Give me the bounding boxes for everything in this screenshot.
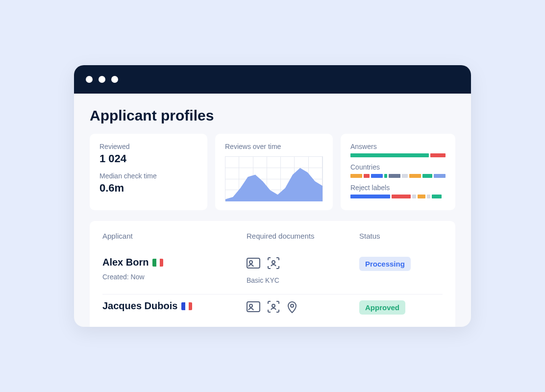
svg-point-6 bbox=[291, 304, 294, 307]
window-control-minimize[interactable] bbox=[99, 76, 105, 83]
table-row[interactable]: Jacques DuboisApproved bbox=[102, 294, 443, 327]
doc-icons bbox=[247, 257, 359, 271]
reject-label: Reject labels bbox=[350, 184, 446, 192]
bar-segment bbox=[422, 174, 432, 178]
window-control-maximize[interactable] bbox=[111, 76, 118, 83]
applicants-table: Applicant Required documents Status Alex… bbox=[90, 221, 455, 327]
bar-segment bbox=[430, 153, 446, 157]
id-card-icon bbox=[247, 258, 260, 270]
doc-icons bbox=[247, 300, 359, 315]
doc-label: Basic KYC bbox=[247, 276, 359, 284]
table-header: Applicant Required documents Status bbox=[102, 232, 443, 240]
applicant-created: Created: Now bbox=[102, 273, 247, 281]
france-flag bbox=[181, 302, 192, 310]
median-label: Median check time bbox=[99, 172, 198, 180]
chart-area bbox=[225, 157, 322, 201]
countries-bar bbox=[350, 174, 446, 178]
reviews-chart bbox=[225, 156, 323, 201]
col-status: Status bbox=[359, 232, 443, 240]
bar-segment bbox=[350, 153, 429, 157]
bar-segment bbox=[350, 174, 362, 178]
bar-segment bbox=[389, 174, 400, 178]
applicant-name: Jacques Dubois bbox=[102, 300, 247, 312]
applicant-name: Alex Born bbox=[102, 257, 247, 268]
table-body: Alex BornCreated: NowBasic KYCProcessing… bbox=[102, 251, 443, 327]
reviewed-value: 1 024 bbox=[99, 152, 198, 165]
countries-label: Countries bbox=[350, 163, 446, 171]
app-canvas: Applicant profiles Reviewed 1 024 Median… bbox=[0, 0, 545, 392]
window-titlebar bbox=[74, 65, 471, 94]
face-scan-icon bbox=[267, 257, 280, 271]
bar-segment bbox=[412, 195, 416, 198]
page-title: Applicant profiles bbox=[90, 107, 455, 124]
summary-cards: Reviewed 1 024 Median check time 0.6m Re… bbox=[90, 134, 455, 210]
window-control-close[interactable] bbox=[86, 76, 93, 83]
window-content: Applicant profiles Reviewed 1 024 Median… bbox=[74, 94, 471, 327]
answers-breakdown: Answers bbox=[350, 143, 446, 157]
table-row[interactable]: Alex BornCreated: NowBasic KYCProcessing bbox=[102, 251, 443, 294]
italy-flag bbox=[152, 259, 163, 267]
bar-segment bbox=[384, 174, 388, 178]
app-window: Applicant profiles Reviewed 1 024 Median… bbox=[74, 65, 471, 327]
bar-segment bbox=[432, 195, 441, 198]
svg-point-2 bbox=[272, 261, 275, 264]
stats-card: Reviewed 1 024 Median check time 0.6m bbox=[90, 134, 207, 210]
reviewed-label: Reviewed bbox=[99, 143, 198, 150]
id-card-icon bbox=[247, 301, 260, 314]
col-docs: Required documents bbox=[247, 232, 359, 240]
svg-point-4 bbox=[249, 304, 252, 307]
median-value: 0.6m bbox=[99, 182, 198, 195]
svg-point-5 bbox=[272, 304, 275, 307]
bar-segment bbox=[402, 174, 408, 178]
reject-breakdown: Reject labels bbox=[350, 184, 446, 198]
bar-segment bbox=[434, 174, 446, 178]
status-badge: Approved bbox=[359, 300, 405, 315]
reject-bar bbox=[350, 195, 446, 198]
col-applicant: Applicant bbox=[102, 232, 247, 240]
location-pin-icon bbox=[287, 300, 297, 315]
countries-breakdown: Countries bbox=[350, 163, 446, 178]
bar-segment bbox=[392, 195, 411, 198]
bar-segment bbox=[427, 195, 431, 198]
answers-bar bbox=[350, 153, 446, 157]
answers-label: Answers bbox=[350, 143, 446, 150]
chart-card: Reviews over time bbox=[215, 134, 333, 210]
face-scan-icon bbox=[267, 300, 280, 315]
status-badge: Processing bbox=[359, 257, 411, 271]
bar-segment bbox=[350, 195, 390, 198]
svg-point-1 bbox=[249, 261, 252, 264]
applicant-name-text: Alex Born bbox=[102, 257, 149, 268]
breakdown-card: Answers Countries Reject labels bbox=[341, 134, 455, 210]
chart-title: Reviews over time bbox=[225, 143, 323, 150]
bar-segment bbox=[409, 174, 421, 178]
bar-segment bbox=[418, 195, 425, 198]
bar-segment bbox=[364, 174, 370, 178]
bar-segment bbox=[371, 174, 383, 178]
applicant-name-text: Jacques Dubois bbox=[102, 300, 177, 312]
